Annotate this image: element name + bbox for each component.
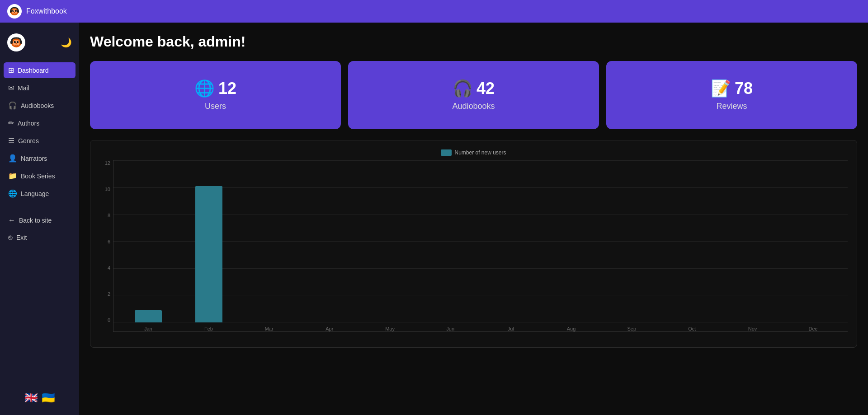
y-label-6: 6 — [108, 239, 110, 244]
x-label-sep: Sep — [601, 326, 662, 331]
svg-point-5 — [12, 10, 14, 12]
chart-legend: Number of new users — [99, 149, 848, 156]
bar-group-may — [360, 160, 420, 322]
bars-area — [113, 160, 848, 322]
svg-point-18 — [17, 41, 19, 43]
audiobooks-label: Audiobooks — [452, 102, 495, 111]
users-stat-icon: 🌐 — [194, 79, 215, 98]
logo-icon — [7, 4, 22, 19]
sidebar: 🌙 ⊞ Dashboard ✉ Mail 🎧 Audiobooks ✏ Auth… — [0, 23, 79, 415]
audiobooks-count-display: 🎧 42 — [453, 79, 495, 98]
sidebar-item-mail[interactable]: ✉ Mail — [4, 80, 75, 96]
y-label-0: 0 — [108, 317, 110, 323]
y-label-12: 12 — [105, 160, 110, 166]
sidebar-item-dashboard-label: Dashboard — [18, 67, 49, 74]
x-axis-labels: JanFebMarAprMayJunJulAugSepOctNovDec — [113, 326, 848, 331]
x-label-apr: Apr — [299, 326, 360, 331]
authors-icon: ✏ — [8, 119, 14, 127]
sidebar-item-genres[interactable]: ☰ Genres — [4, 133, 75, 149]
sidebar-flags: 🇬🇧 🇺🇦 — [4, 388, 75, 408]
svg-rect-10 — [10, 10, 12, 13]
svg-point-21 — [15, 43, 17, 44]
sidebar-item-back-to-site[interactable]: ← Back to site — [4, 213, 75, 228]
chart-area: 12 10 8 6 4 2 0 — [99, 160, 848, 332]
theme-toggle-icon[interactable]: 🌙 — [61, 37, 72, 48]
bar-group-jun — [420, 160, 481, 322]
audiobooks-stat-icon: 🎧 — [453, 79, 473, 98]
svg-rect-11 — [17, 10, 19, 13]
x-label-aug: Aug — [541, 326, 602, 331]
mail-icon: ✉ — [8, 84, 14, 92]
book-series-icon: 📁 — [8, 172, 17, 180]
x-label-jun: Jun — [420, 326, 481, 331]
exit-icon: ⎋ — [8, 233, 13, 242]
bar-group-feb — [179, 160, 239, 322]
sidebar-profile: 🌙 — [4, 30, 75, 55]
content-area: Welcome back, admin! 🌐 12 Users 🎧 42 Aud… — [79, 23, 868, 415]
sidebar-item-dashboard[interactable]: ⊞ Dashboard — [4, 62, 75, 78]
svg-point-6 — [15, 10, 17, 12]
svg-rect-23 — [20, 41, 22, 44]
chart-legend-label: Number of new users — [454, 149, 506, 156]
audiobooks-count: 42 — [476, 79, 495, 98]
dashboard-icon: ⊞ — [8, 66, 14, 75]
sidebar-item-exit-label: Exit — [16, 234, 27, 241]
reviews-count: 78 — [735, 79, 753, 98]
stat-card-audiobooks: 🎧 42 Audiobooks — [348, 61, 599, 129]
svg-point-16 — [13, 40, 20, 46]
users-label: Users — [205, 102, 226, 111]
bar-group-mar — [239, 160, 299, 322]
sidebar-item-language[interactable]: 🌐 Language — [4, 186, 75, 201]
sidebar-item-audiobooks-label: Audiobooks — [21, 102, 54, 109]
sidebar-item-book-series-label: Book Series — [21, 173, 55, 180]
bar-group-nov — [722, 160, 783, 322]
reviews-count-display: 📝 78 — [711, 79, 753, 98]
audiobooks-icon: 🎧 — [8, 101, 17, 110]
x-label-oct: Oct — [662, 326, 722, 331]
y-label-4: 4 — [108, 265, 110, 270]
sidebar-item-narrators[interactable]: 👤 Narrators — [4, 150, 75, 166]
bar-group-oct — [662, 160, 722, 322]
sidebar-item-audiobooks[interactable]: 🎧 Audiobooks — [4, 98, 75, 113]
stat-card-reviews: 📝 78 Reviews — [606, 61, 857, 129]
back-icon: ← — [8, 216, 15, 224]
stats-row: 🌐 12 Users 🎧 42 Audiobooks 📝 78 Reviews — [90, 61, 857, 129]
bar-group-apr — [299, 160, 360, 322]
sidebar-item-narrators-label: Narrators — [21, 155, 47, 162]
svg-point-20 — [18, 42, 18, 42]
y-label-10: 10 — [105, 187, 110, 192]
genres-icon: ☰ — [8, 136, 14, 145]
flag-uk[interactable]: 🇬🇧 — [24, 392, 38, 404]
bar-group-aug — [541, 160, 602, 322]
y-axis: 12 10 8 6 4 2 0 — [99, 160, 113, 332]
sidebar-item-language-label: Language — [21, 190, 49, 197]
x-label-feb: Feb — [179, 326, 239, 331]
sidebar-item-authors[interactable]: ✏ Authors — [4, 115, 75, 131]
sidebar-item-exit[interactable]: ⎋ Exit — [4, 230, 75, 245]
svg-point-8 — [16, 10, 16, 11]
language-icon: 🌐 — [8, 189, 17, 198]
chart-container: Number of new users 12 10 8 6 4 2 0 — [90, 140, 857, 348]
svg-rect-22 — [10, 41, 13, 44]
x-label-jan: Jan — [118, 326, 179, 331]
sidebar-divider — [4, 207, 75, 207]
y-label-8: 8 — [108, 213, 110, 218]
topbar: Foxwithbook — [0, 0, 868, 23]
sidebar-item-authors-label: Authors — [18, 120, 39, 127]
bar-jan — [135, 310, 162, 323]
bar-group-jul — [481, 160, 541, 322]
flag-ukraine[interactable]: 🇺🇦 — [42, 392, 55, 404]
stat-card-users: 🌐 12 Users — [90, 61, 341, 129]
sidebar-item-genres-label: Genres — [18, 137, 39, 145]
x-label-nov: Nov — [722, 326, 783, 331]
x-label-jul: Jul — [481, 326, 541, 331]
bar-group-dec — [783, 160, 843, 322]
svg-point-9 — [14, 12, 15, 13]
svg-point-4 — [12, 9, 17, 14]
sidebar-item-book-series[interactable]: 📁 Book Series — [4, 168, 75, 184]
users-count-display: 🌐 12 — [194, 79, 236, 98]
sidebar-item-mail-label: Mail — [18, 84, 29, 92]
svg-point-17 — [14, 41, 16, 43]
bar-feb — [195, 186, 222, 323]
x-label-mar: Mar — [239, 326, 299, 331]
